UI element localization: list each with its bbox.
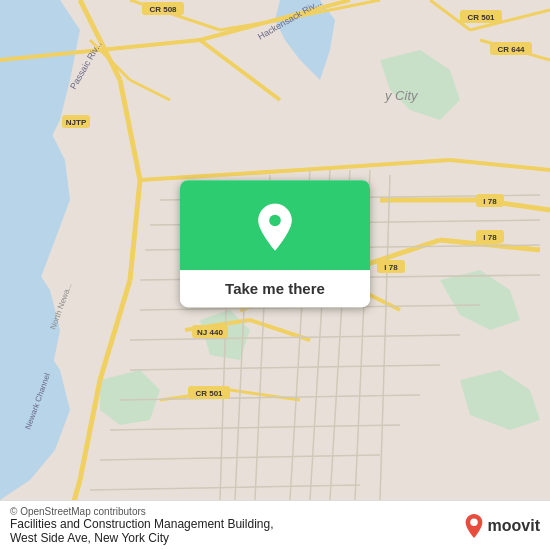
svg-text:CR 644: CR 644	[497, 45, 525, 54]
location-line1: Facilities and Construction Management B…	[10, 517, 273, 531]
location-text: Facilities and Construction Management B…	[10, 517, 464, 545]
svg-point-88	[269, 215, 281, 227]
svg-text:I 78: I 78	[384, 263, 398, 272]
take-me-there-button[interactable]: Take me there	[180, 270, 370, 307]
svg-point-89	[470, 518, 477, 525]
take-me-there-card: Take me there	[180, 180, 370, 307]
svg-text:CR 501: CR 501	[195, 389, 223, 398]
svg-text:CR 501: CR 501	[467, 13, 495, 22]
map-container: CR 508 CR 501 CR 644 NJTP NJ 440 NJ 440 …	[0, 0, 550, 500]
svg-text:NJ 440: NJ 440	[197, 328, 223, 337]
svg-text:CR 508: CR 508	[149, 5, 177, 14]
moovit-pin-icon	[464, 513, 484, 539]
bottom-bar: © OpenStreetMap contributors Facilities …	[0, 500, 550, 550]
location-line2: West Side Ave, New York City	[10, 531, 169, 545]
svg-text:I 78: I 78	[483, 197, 497, 206]
card-green-section	[180, 180, 370, 270]
svg-text:NJTP: NJTP	[66, 118, 87, 127]
svg-text:I 78: I 78	[483, 233, 497, 242]
svg-text:y City: y City	[384, 88, 419, 103]
location-pin-icon	[255, 202, 295, 252]
osm-attribution: © OpenStreetMap contributors	[10, 506, 456, 517]
moovit-logo: moovit	[464, 513, 540, 539]
moovit-label: moovit	[488, 517, 540, 535]
